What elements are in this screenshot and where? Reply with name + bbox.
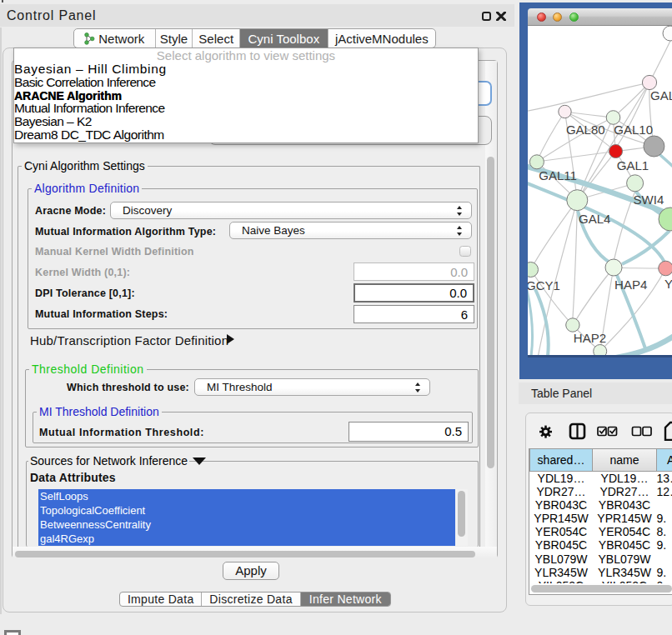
svg-text:GAL80: GAL80 — [566, 122, 605, 137]
svg-text:HAP2: HAP2 — [574, 331, 606, 345]
svg-text:HAP4: HAP4 — [614, 278, 647, 292]
svg-text:GAL1: GAL1 — [617, 158, 649, 172]
svg-text:GAL4: GAL4 — [579, 212, 610, 226]
svg-text:GCY1: GCY1 — [528, 278, 560, 292]
svg-text:GAL10: GAL10 — [614, 122, 653, 137]
svg-text:GAL11: GAL11 — [539, 168, 577, 182]
svg-text:YM: YM — [664, 277, 672, 291]
svg-text:GAL: GAL — [650, 88, 672, 102]
svg-text:SWI4: SWI4 — [634, 192, 664, 207]
